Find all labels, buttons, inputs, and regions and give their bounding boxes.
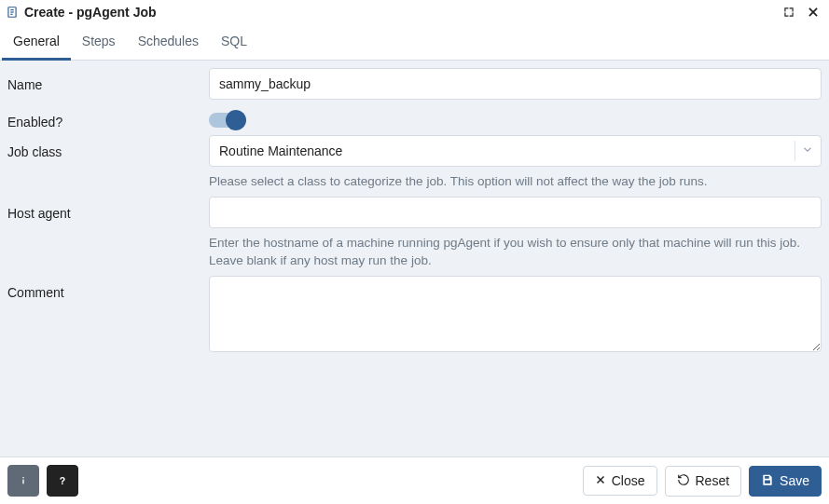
job-class-value: Routine Maintenance — [209, 135, 822, 167]
label-name: Name — [7, 68, 209, 92]
reset-icon — [677, 473, 690, 489]
host-agent-help: Enter the hostname of a machine running … — [209, 234, 822, 270]
save-label: Save — [780, 473, 809, 488]
close-button[interactable]: Close — [583, 466, 657, 496]
label-job-class: Job class — [7, 135, 209, 159]
job-class-help: Please select a class to categorize the … — [209, 172, 822, 191]
comment-textarea[interactable] — [209, 276, 822, 352]
save-icon — [761, 473, 774, 489]
row-name: Name — [7, 68, 822, 100]
tab-schedules[interactable]: Schedules — [127, 26, 210, 61]
close-label: Close — [612, 473, 645, 488]
maximize-icon[interactable] — [781, 4, 797, 20]
tab-general[interactable]: General — [2, 26, 71, 61]
row-comment: Comment — [7, 276, 822, 352]
footer: ? Close Reset Save — [0, 456, 829, 504]
help-button[interactable]: ? — [47, 465, 78, 497]
svg-rect-8 — [22, 477, 23, 478]
label-host-agent: Host agent — [7, 197, 209, 221]
titlebar: Create - pgAgent Job — [0, 0, 829, 22]
tabs: General Steps Schedules SQL — [0, 26, 829, 61]
save-button[interactable]: Save — [749, 466, 822, 497]
tab-steps[interactable]: Steps — [71, 26, 127, 61]
x-icon — [595, 473, 606, 488]
document-icon — [6, 6, 19, 19]
enabled-toggle[interactable] — [209, 113, 244, 128]
svg-rect-7 — [22, 480, 23, 484]
window-title: Create - pgAgent Job — [24, 5, 157, 20]
svg-text:?: ? — [60, 475, 65, 486]
tab-sql[interactable]: SQL — [210, 26, 258, 61]
row-job-class: Job class Routine Maintenance Please sel… — [7, 135, 822, 191]
reset-label: Reset — [696, 473, 730, 488]
host-agent-input[interactable] — [209, 197, 822, 228]
tab-content: Name Enabled? Job class Routine Maintena… — [0, 61, 829, 456]
label-comment: Comment — [7, 276, 209, 300]
row-enabled: Enabled? — [7, 105, 822, 129]
reset-button[interactable]: Reset — [665, 466, 742, 497]
close-icon[interactable] — [805, 4, 822, 20]
row-host-agent: Host agent Enter the hostname of a machi… — [7, 197, 822, 270]
label-enabled: Enabled? — [7, 105, 209, 129]
info-button[interactable] — [7, 465, 39, 497]
job-class-select[interactable]: Routine Maintenance — [209, 135, 822, 167]
name-input[interactable] — [209, 68, 822, 100]
